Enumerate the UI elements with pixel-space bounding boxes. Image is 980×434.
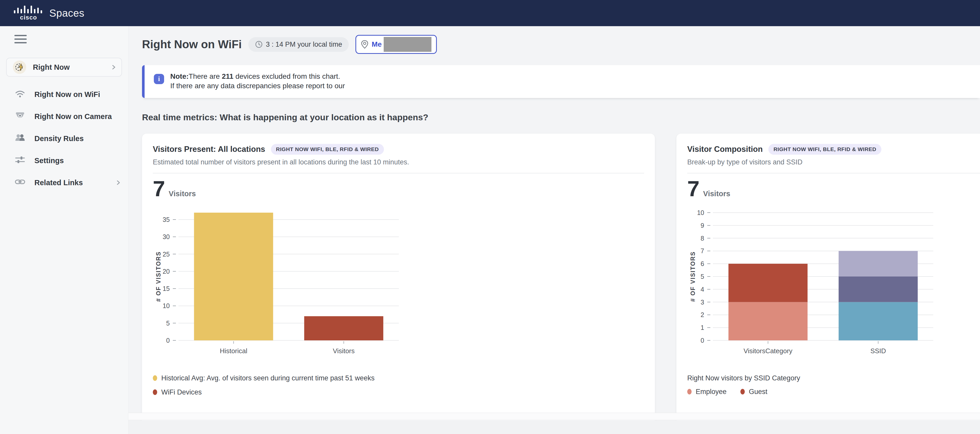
metric-label: Visitors [169,190,196,198]
sidebar-item-label: Related Links [34,179,116,187]
svg-text:10: 10 [697,209,704,216]
svg-text:25: 25 [162,250,170,258]
divider [687,173,980,173]
sidebar-item-right-now[interactable]: Right Now [6,58,122,77]
svg-text:5: 5 [166,319,170,326]
hamburger-menu-icon[interactable] [14,35,27,43]
visitor-composition-card: Visitor Composition RIGHT NOW WIFI, BLE,… [676,134,980,426]
svg-text:4: 4 [701,285,704,293]
location-pin-icon [361,40,369,49]
svg-text:# OF VISITORS: # OF VISITORS [155,251,162,302]
legend-dot-wifi-devices [153,390,157,395]
location-selector-button[interactable]: Me [355,35,437,54]
svg-text:0: 0 [701,337,704,344]
local-time-text: 3 : 14 PM your local time [266,41,342,49]
source-badge: RIGHT NOW WIFI, BLE, RFID & WIRED [768,144,881,155]
horizontal-scroll-track[interactable] [129,413,980,420]
svg-text:7: 7 [701,247,704,255]
svg-text:Historical: Historical [220,347,247,355]
chevron-right-icon [111,65,116,70]
sidebar-item-settings[interactable]: Settings [0,149,128,172]
legend-dot-guest [740,389,745,394]
section-heading: Real time metrics: What is happening at … [142,112,980,122]
cisco-logo-icon: cisco [13,5,44,22]
svg-text:5: 5 [701,273,704,280]
svg-text:SSID: SSID [870,347,886,355]
wifi-icon [14,88,26,101]
sidebar-item-right-now-on-wifi[interactable]: Right Now on WiFi [0,83,128,105]
sidebar-item-density-rules[interactable]: Density Rules [0,127,128,149]
metric-label: Visitors [703,190,730,198]
legend-item: WiFi Devices [153,388,644,396]
legend-label: Historical Avg: Avg. of visitors seen du… [161,374,374,382]
location-name-prefix: Me [372,40,382,49]
legend-label: Employee [696,388,727,396]
top-navbar: cisco Spaces [0,0,980,26]
main-content: Right Now on WiFi 3 : 14 PM your local t… [129,26,980,434]
svg-text:2: 2 [701,311,704,318]
card-subtitle: Break-up by type of visitors and SSID [687,158,980,166]
svg-text:1: 1 [701,324,704,331]
visitors-present-bar-chart: 05101520253035HistoricalVisitors# OF VIS… [153,207,412,364]
note-banner: i Note:There are 211 devices excluded fr… [142,65,980,98]
chart-legend: Right Now visitors by SSID Category Empl… [687,374,980,396]
people-icon [14,132,26,145]
svg-text:cisco: cisco [20,14,37,21]
legend-item: Guest [740,388,767,396]
brand-name: Spaces [49,8,84,19]
svg-text:VisitorsCategory: VisitorsCategory [743,347,792,355]
svg-text:8: 8 [701,234,704,242]
svg-text:20: 20 [162,268,170,275]
sidebar-item-label: Density Rules [34,135,121,143]
metric-value: 7 [687,176,700,201]
sliders-icon [14,154,26,167]
legend-dot-historical [153,375,157,381]
card-subtitle: Estimated total number of visitors prese… [153,158,644,166]
svg-text:35: 35 [162,216,170,223]
svg-text:10: 10 [162,302,170,309]
clock-icon [255,41,263,48]
clock-bolt-icon [13,60,26,74]
sidebar-item-related-links[interactable]: Related Links [0,172,128,194]
svg-text:3: 3 [701,298,704,306]
legend-label: Guest [749,388,767,396]
page-title: Right Now on WiFi [142,38,242,51]
sidebar-item-label: Right Now [33,63,111,71]
note-line-1: Note:There are 211 devices excluded from… [170,72,345,81]
camera-icon [14,110,26,123]
card-title: Visitor Composition [687,145,763,154]
card-title: Visitors Present: All locations [153,145,265,154]
visitor-composition-stacked-bar-chart: 012345678910VisitorsCategorySSID# OF VIS… [687,207,947,364]
note-line-2: If there are any data discrepancies plea… [170,81,345,91]
visitors-metric: 7 Visitors [687,176,980,201]
divider [153,173,644,173]
legend-title: Right Now visitors by SSID Category [687,374,980,382]
svg-text:# OF VISITORS: # OF VISITORS [690,251,696,302]
legend-dot-employee [687,389,692,394]
svg-text:15: 15 [162,285,170,292]
visitors-present-card: Visitors Present: All locations RIGHT NO… [142,134,655,426]
local-time-pill: 3 : 14 PM your local time [248,37,349,52]
legend-label: WiFi Devices [161,388,202,396]
legend-item: Employee [687,388,727,396]
sidebar-item-label: Settings [34,157,121,165]
chevron-right-icon [116,180,121,185]
chart-legend: Historical Avg: Avg. of visitors seen du… [153,374,644,396]
svg-text:30: 30 [162,233,170,240]
sidebar-item-label: Right Now on WiFi [34,90,121,99]
svg-text:6: 6 [701,260,704,267]
info-icon: i [154,74,164,84]
sidebar: Right Now Right Now on WiFi [0,26,129,434]
legend-item: Historical Avg: Avg. of visitors seen du… [153,374,644,382]
svg-text:Visitors: Visitors [333,347,355,355]
redacted-location-block [384,37,431,52]
visitors-metric: 7 Visitors [153,176,644,201]
sidebar-item-label: Right Now on Camera [34,112,121,121]
link-icon [14,176,26,189]
sidebar-item-right-now-on-camera[interactable]: Right Now on Camera [0,105,128,127]
svg-text:0: 0 [166,337,170,344]
metric-value: 7 [153,176,165,201]
source-badge: RIGHT NOW WIFI, BLE, RFID & WIRED [271,144,384,155]
page-bottom-background [129,420,980,434]
svg-text:9: 9 [701,222,704,229]
